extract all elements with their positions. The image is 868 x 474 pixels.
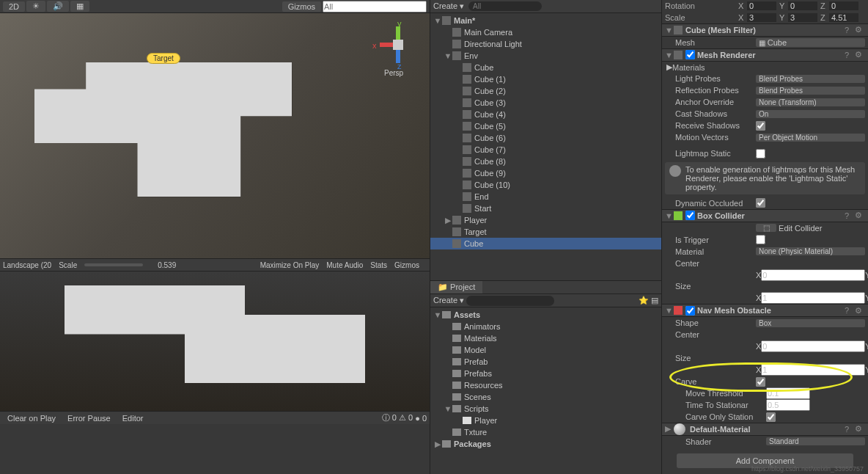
scale-y[interactable] [788, 13, 817, 22]
receive-shadows-checkbox[interactable] [756, 121, 765, 131]
hierarchy-item[interactable]: Target [430, 226, 661, 238]
scene-view[interactable]: Target y x z Persp [0, 13, 430, 258]
dynamic-occluded-checkbox[interactable] [756, 198, 765, 208]
hierarchy-item[interactable]: Cube (2) [430, 85, 661, 97]
cast-shadows-dropdown[interactable]: On [756, 110, 865, 118]
box-collider-header[interactable]: ▼ Box Collider ?⚙ [662, 209, 868, 222]
hierarchy-item[interactable]: Cube (9) [430, 167, 661, 179]
rotation-x[interactable] [747, 1, 776, 10]
fx-toggle[interactable]: ▦ [70, 1, 89, 12]
bc-center-x[interactable] [761, 269, 865, 281]
project-item[interactable]: Prefab [430, 356, 661, 368]
time-to-stationary-input[interactable] [766, 399, 810, 411]
move-threshold-input[interactable] [766, 387, 810, 399]
mute-toggle[interactable]: Mute Audio [326, 261, 363, 269]
hierarchy-search[interactable] [468, 1, 542, 11]
rotation-z[interactable] [829, 1, 858, 10]
gear-icon[interactable]: ⚙ [855, 50, 865, 59]
hierarchy-item[interactable]: ▼Main* [430, 15, 661, 26]
help-icon[interactable]: ? [845, 51, 855, 59]
project-item[interactable]: Txture [430, 426, 661, 438]
anchor-override-field[interactable]: None (Transform) [756, 98, 865, 106]
project-item[interactable]: ▼Scripts [430, 403, 661, 415]
box-collider-enabled[interactable] [685, 211, 695, 220]
maximize-toggle[interactable]: Maximize On Play [260, 261, 320, 269]
help-icon[interactable]: ? [845, 26, 855, 34]
nmo-size-x[interactable] [761, 364, 865, 376]
hierarchy-item[interactable]: Main Camera [430, 26, 661, 38]
gear-icon[interactable]: ⚙ [855, 211, 865, 220]
hierarchy-item[interactable]: Cube [430, 62, 661, 73]
project-item[interactable]: Animators [430, 321, 661, 332]
projection-label[interactable]: Persp [384, 69, 403, 77]
hierarchy-item[interactable]: Cube (10) [430, 179, 661, 191]
physic-material-field[interactable]: None (Physic Material) [756, 247, 865, 255]
rotation-y[interactable] [788, 1, 817, 10]
materials-label[interactable]: Materials [672, 63, 753, 72]
scale-z[interactable] [829, 13, 858, 22]
mesh-renderer-header[interactable]: ▼ Mesh Renderer ?⚙ [662, 48, 868, 62]
nav-mesh-obstacle-header[interactable]: ▼ Nav Mesh Obstacle ?⚙ [662, 304, 868, 317]
light-probes-dropdown[interactable]: Blend Probes [756, 75, 865, 83]
shader-dropdown[interactable]: Standard [766, 437, 865, 445]
scene-search[interactable] [323, 1, 427, 12]
error-pause-toggle[interactable]: Error Pause [63, 413, 115, 423]
hierarchy-item[interactable]: Cube (5) [430, 120, 661, 132]
project-item[interactable]: Scenes [430, 391, 661, 403]
hierarchy-item[interactable]: Cube (4) [430, 109, 661, 120]
help-icon[interactable]: ? [845, 211, 855, 220]
hierarchy-item[interactable]: Directional Light [430, 38, 661, 50]
project-item[interactable]: ▶Packages [430, 438, 661, 450]
carve-only-stationary-checkbox[interactable] [766, 412, 776, 422]
is-trigger-checkbox[interactable] [756, 235, 765, 244]
help-icon[interactable]: ? [845, 306, 855, 315]
stats-toggle[interactable]: Stats [370, 261, 387, 269]
hierarchy-item[interactable]: Cube (3) [430, 97, 661, 109]
warn-count[interactable]: ⚠ 0 [399, 413, 413, 423]
hierarchy-item[interactable]: Cube [430, 238, 661, 249]
project-tree[interactable]: ▼AssetsAnimatorsMaterialsModelPrefabPref… [430, 307, 661, 474]
hierarchy-item[interactable]: ▼Env [430, 50, 661, 62]
project-create-dropdown[interactable]: Create ▾ [433, 296, 464, 305]
nmo-center-x[interactable] [761, 340, 865, 352]
hierarchy-item[interactable]: Start [430, 203, 661, 214]
hierarchy-item[interactable]: ▶Player [430, 214, 661, 226]
clear-on-play-toggle[interactable]: Clear on Play [3, 413, 60, 423]
hierarchy-item[interactable]: Cube (6) [430, 132, 661, 144]
aspect-dropdown[interactable]: Landscape (20 [3, 261, 51, 269]
project-item[interactable]: Materials [430, 332, 661, 344]
project-item[interactable]: ▼Assets [430, 309, 661, 321]
project-item[interactable]: Resources [430, 379, 661, 391]
mesh-field[interactable]: ▦ Cube [756, 38, 865, 47]
motion-vectors-dropdown[interactable]: Per Object Motion [756, 134, 865, 142]
audio-toggle[interactable]: 🔊 [47, 1, 69, 12]
scale-slider[interactable] [84, 263, 143, 266]
error-count[interactable]: ● 0 [415, 414, 427, 423]
hierarchy-tree[interactable]: ▼Main*Main CameraDirectional Light▼EnvCu… [430, 13, 661, 280]
mesh-filter-header[interactable]: ▼ Cube (Mesh Filter) ?⚙ [662, 23, 868, 37]
scale-x[interactable] [747, 13, 776, 22]
gear-icon[interactable]: ⚙ [855, 424, 865, 434]
lighting-toggle[interactable]: ☀ [26, 1, 45, 12]
material-header[interactable]: ▶ Default-Material ?⚙ [662, 423, 868, 436]
edit-collider-button[interactable]: ⬚ [756, 224, 776, 232]
lightmap-static-checkbox[interactable] [756, 149, 765, 158]
gizmos-dropdown[interactable]: Gizmos [282, 1, 321, 12]
info-count[interactable]: ⓘ 0 [382, 412, 397, 423]
gizmos-toggle[interactable]: Gizmos [394, 261, 419, 269]
project-tab[interactable]: 📁 Project [430, 281, 482, 293]
help-icon[interactable]: ? [845, 425, 855, 434]
carve-checkbox[interactable] [756, 377, 765, 387]
mesh-renderer-enabled[interactable] [685, 50, 695, 59]
project-item[interactable]: Player [430, 415, 661, 426]
project-item[interactable]: Model [430, 344, 661, 356]
bc-size-x[interactable] [761, 292, 865, 304]
project-search[interactable] [466, 296, 554, 306]
gear-icon[interactable]: ⚙ [855, 25, 865, 34]
hierarchy-item[interactable]: End [430, 191, 661, 203]
hierarchy-item[interactable]: Cube (7) [430, 144, 661, 156]
project-item[interactable]: Prefabs [430, 368, 661, 379]
layout-icon[interactable]: ▤ [651, 296, 658, 305]
mode-2d-button[interactable]: 2D [3, 1, 25, 12]
editor-dropdown[interactable]: Editor [118, 413, 148, 423]
